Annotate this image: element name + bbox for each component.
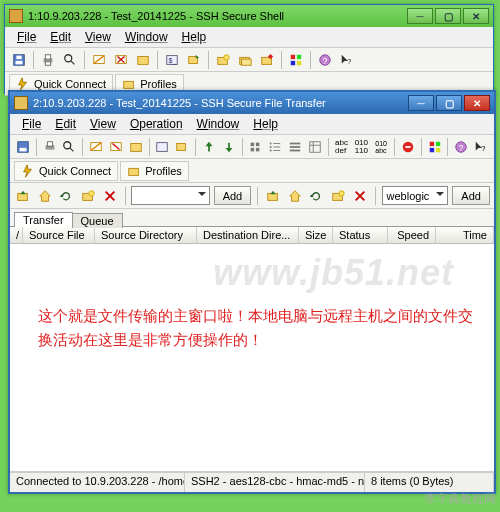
menu-file[interactable]: File (16, 116, 47, 132)
file-transfer-icon[interactable] (173, 137, 191, 157)
menu-window[interactable]: Window (191, 116, 246, 132)
upload-icon[interactable] (200, 137, 218, 157)
svg-point-71 (89, 190, 94, 195)
folder-open-icon[interactable] (235, 50, 255, 70)
local-path-combo[interactable] (131, 186, 209, 205)
col-icon[interactable]: / (10, 227, 23, 243)
close-button[interactable]: ✕ (464, 95, 490, 111)
disconnect-icon[interactable] (107, 137, 125, 157)
menu-operation[interactable]: Operation (124, 116, 189, 132)
save-icon[interactable] (9, 50, 29, 70)
print-icon[interactable] (38, 50, 58, 70)
col-dest[interactable]: Destination Dire... (197, 227, 299, 243)
svg-rect-1 (16, 60, 23, 64)
svg-rect-41 (157, 142, 168, 151)
svg-rect-44 (256, 142, 260, 146)
settings-icon[interactable] (257, 50, 277, 70)
local-add-button[interactable]: Add (214, 186, 252, 205)
local-refresh-icon[interactable] (57, 186, 75, 206)
menubar: File Edit View Window Help (5, 27, 493, 48)
minimize-button[interactable]: ─ (407, 8, 433, 24)
remote-up-icon[interactable] (264, 186, 282, 206)
profiles-icon[interactable] (127, 137, 145, 157)
col-source-file[interactable]: Source File (23, 227, 95, 243)
menu-help[interactable]: Help (247, 116, 284, 132)
separator (328, 138, 329, 156)
col-size[interactable]: Size (299, 227, 333, 243)
svg-rect-74 (268, 193, 278, 200)
col-source-dir[interactable]: Source Directory (95, 227, 197, 243)
ssh-shell-window: 1:10.9.203.228 - Test_20141225 - SSH Sec… (4, 4, 494, 94)
separator (33, 51, 34, 69)
local-home-icon[interactable] (36, 186, 54, 206)
remote-refresh-icon[interactable] (308, 186, 326, 206)
print-icon[interactable] (41, 137, 59, 157)
page-watermark: 李字典教程网 (424, 491, 496, 508)
toolbar: $_ ? ? (5, 48, 493, 72)
profiles-icon[interactable] (133, 50, 153, 70)
auto-mode-icon[interactable]: 010abc (372, 137, 390, 157)
view-small-icon[interactable] (266, 137, 284, 157)
view-list-icon[interactable] (286, 137, 304, 157)
new-terminal-icon[interactable] (154, 137, 172, 157)
col-time[interactable]: Time (436, 227, 494, 243)
local-up-icon[interactable] (14, 186, 32, 206)
new-terminal-icon[interactable]: $_ (162, 50, 182, 70)
tab-transfer[interactable]: Transfer (14, 212, 73, 227)
profiles-button[interactable]: Profiles (120, 161, 189, 181)
remote-path-combo[interactable]: weblogic (382, 186, 449, 205)
file-transfer-icon[interactable] (184, 50, 204, 70)
view-detail-icon[interactable] (306, 137, 324, 157)
quick-connect-bar: Quick Connect Profiles (10, 159, 494, 183)
find-icon[interactable] (61, 137, 79, 157)
quick-connect-button[interactable]: Quick Connect (14, 161, 118, 181)
whatsthis-icon[interactable]: ? (472, 137, 490, 157)
whatsthis-icon[interactable]: ? (337, 50, 357, 70)
svg-rect-62 (435, 141, 439, 145)
close-button[interactable]: ✕ (463, 8, 489, 24)
svg-text:?: ? (347, 57, 352, 66)
stop-icon[interactable] (399, 137, 417, 157)
find-icon[interactable] (60, 50, 80, 70)
disconnect-icon[interactable] (111, 50, 131, 70)
color-icon[interactable] (426, 137, 444, 157)
remote-newfolder-icon[interactable] (329, 186, 347, 206)
tab-queue[interactable]: Queue (72, 213, 123, 228)
local-newfolder-icon[interactable] (79, 186, 97, 206)
menu-edit[interactable]: Edit (44, 29, 77, 45)
connect-icon[interactable] (87, 137, 105, 157)
menu-window[interactable]: Window (119, 29, 174, 45)
remote-add-button[interactable]: Add (452, 186, 490, 205)
local-delete-icon[interactable] (101, 186, 119, 206)
menu-edit[interactable]: Edit (49, 116, 82, 132)
color-icon[interactable] (286, 50, 306, 70)
binary-mode-icon[interactable]: 010110 (352, 137, 370, 157)
col-status[interactable]: Status (333, 227, 388, 243)
remote-home-icon[interactable] (286, 186, 304, 206)
folder-new-icon[interactable] (213, 50, 233, 70)
svg-rect-43 (251, 142, 255, 146)
remote-delete-icon[interactable] (351, 186, 369, 206)
titlebar[interactable]: 2:10.9.203.228 - Test_20141225 - SSH Sec… (10, 92, 494, 114)
titlebar[interactable]: 1:10.9.203.228 - Test_20141225 - SSH Sec… (5, 5, 493, 27)
transfer-list[interactable]: www.jb51.net 这个就是文件传输的主窗口啦！本地电脑与远程主机之间的文… (10, 244, 494, 472)
col-speed[interactable]: Speed (388, 227, 436, 243)
svg-point-18 (224, 54, 229, 59)
download-icon[interactable] (220, 137, 238, 157)
menu-view[interactable]: View (79, 29, 117, 45)
help-icon[interactable]: ? (315, 50, 335, 70)
help-icon[interactable]: ? (452, 137, 470, 157)
menu-help[interactable]: Help (176, 29, 213, 45)
view-large-icon[interactable] (247, 137, 265, 157)
svg-point-76 (339, 190, 344, 195)
minimize-button[interactable]: ─ (408, 95, 434, 111)
maximize-button[interactable]: ▢ (436, 95, 462, 111)
save-icon[interactable] (14, 137, 32, 157)
connect-icon[interactable] (89, 50, 109, 70)
folder-icon (127, 164, 141, 178)
text-mode-icon[interactable]: abcdef (333, 137, 351, 157)
menu-file[interactable]: File (11, 29, 42, 45)
svg-rect-69 (18, 193, 28, 200)
maximize-button[interactable]: ▢ (435, 8, 461, 24)
menu-view[interactable]: View (84, 116, 122, 132)
